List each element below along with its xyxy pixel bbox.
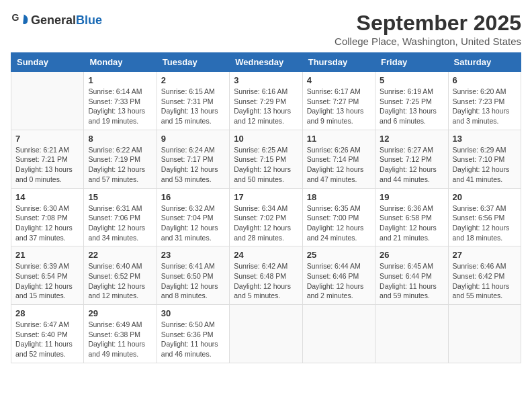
day-info: Sunrise: 6:45 AM Sunset: 6:44 PM Dayligh… xyxy=(380,261,443,301)
day-info: Sunrise: 6:30 AM Sunset: 7:08 PM Dayligh… xyxy=(15,203,79,243)
calendar-cell xyxy=(375,305,448,363)
calendar-header: Sunday Monday Tuesday Wednesday Thursday… xyxy=(11,53,521,72)
svg-text:G: G xyxy=(11,12,19,23)
day-number: 2 xyxy=(161,75,225,85)
day-number: 3 xyxy=(234,75,298,85)
calendar-week-5: 28Sunrise: 6:47 AM Sunset: 6:40 PM Dayli… xyxy=(11,305,521,363)
calendar-cell: 18Sunrise: 6:35 AM Sunset: 7:00 PM Dayli… xyxy=(302,188,375,246)
day-number: 28 xyxy=(15,308,79,318)
calendar-cell: 16Sunrise: 6:32 AM Sunset: 7:04 PM Dayli… xyxy=(157,188,229,246)
calendar-cell: 29Sunrise: 6:49 AM Sunset: 6:38 PM Dayli… xyxy=(84,305,157,363)
col-thursday: Thursday xyxy=(302,53,375,72)
title-section: September 2025 College Place, Washington… xyxy=(335,11,521,47)
day-info: Sunrise: 6:46 AM Sunset: 6:42 PM Dayligh… xyxy=(453,261,517,301)
day-number: 22 xyxy=(88,250,152,260)
calendar-title: September 2025 xyxy=(335,11,521,36)
day-info: Sunrise: 6:19 AM Sunset: 7:25 PM Dayligh… xyxy=(380,87,443,126)
calendar-cell: 28Sunrise: 6:47 AM Sunset: 6:40 PM Dayli… xyxy=(11,305,84,363)
day-info: Sunrise: 6:17 AM Sunset: 7:27 PM Dayligh… xyxy=(307,87,371,126)
calendar-cell: 17Sunrise: 6:34 AM Sunset: 7:02 PM Dayli… xyxy=(230,188,302,246)
day-info: Sunrise: 6:20 AM Sunset: 7:23 PM Dayligh… xyxy=(453,87,517,126)
day-info: Sunrise: 6:44 AM Sunset: 6:46 PM Dayligh… xyxy=(307,261,371,301)
day-number: 17 xyxy=(234,192,298,202)
calendar-cell: 4Sunrise: 6:17 AM Sunset: 7:27 PM Daylig… xyxy=(302,72,375,130)
calendar-week-1: 1Sunrise: 6:14 AM Sunset: 7:33 PM Daylig… xyxy=(11,72,521,130)
calendar-cell: 9Sunrise: 6:24 AM Sunset: 7:17 PM Daylig… xyxy=(157,130,229,188)
day-number: 25 xyxy=(307,250,371,260)
day-info: Sunrise: 6:27 AM Sunset: 7:12 PM Dayligh… xyxy=(380,145,443,185)
calendar-cell: 24Sunrise: 6:42 AM Sunset: 6:48 PM Dayli… xyxy=(230,246,302,305)
calendar-cell: 13Sunrise: 6:29 AM Sunset: 7:10 PM Dayli… xyxy=(448,130,521,188)
calendar-cell: 5Sunrise: 6:19 AM Sunset: 7:25 PM Daylig… xyxy=(375,72,448,130)
day-number: 7 xyxy=(15,134,79,144)
col-monday: Monday xyxy=(84,53,157,72)
calendar-cell: 21Sunrise: 6:39 AM Sunset: 6:54 PM Dayli… xyxy=(11,246,84,305)
page-header: G GeneralBlue September 2025 College Pla… xyxy=(11,11,521,47)
calendar-week-3: 14Sunrise: 6:30 AM Sunset: 7:08 PM Dayli… xyxy=(11,188,521,246)
day-info: Sunrise: 6:16 AM Sunset: 7:29 PM Dayligh… xyxy=(234,87,298,126)
day-info: Sunrise: 6:15 AM Sunset: 7:31 PM Dayligh… xyxy=(161,87,225,126)
day-number: 24 xyxy=(234,250,298,260)
calendar-body: 1Sunrise: 6:14 AM Sunset: 7:33 PM Daylig… xyxy=(11,72,521,363)
day-info: Sunrise: 6:22 AM Sunset: 7:19 PM Dayligh… xyxy=(88,145,152,185)
calendar-cell: 12Sunrise: 6:27 AM Sunset: 7:12 PM Dayli… xyxy=(375,130,448,188)
calendar-cell: 11Sunrise: 6:26 AM Sunset: 7:14 PM Dayli… xyxy=(302,130,375,188)
calendar-cell: 15Sunrise: 6:31 AM Sunset: 7:06 PM Dayli… xyxy=(84,188,157,246)
logo-icon: G xyxy=(11,11,30,30)
day-info: Sunrise: 6:24 AM Sunset: 7:17 PM Dayligh… xyxy=(161,145,225,185)
day-info: Sunrise: 6:21 AM Sunset: 7:21 PM Dayligh… xyxy=(15,145,79,185)
day-number: 15 xyxy=(88,192,152,202)
calendar-week-2: 7Sunrise: 6:21 AM Sunset: 7:21 PM Daylig… xyxy=(11,130,521,188)
day-number: 14 xyxy=(15,192,79,202)
day-number: 13 xyxy=(453,134,517,144)
day-info: Sunrise: 6:35 AM Sunset: 7:00 PM Dayligh… xyxy=(307,203,371,243)
calendar-cell: 23Sunrise: 6:41 AM Sunset: 6:50 PM Dayli… xyxy=(157,246,229,305)
calendar-cell: 7Sunrise: 6:21 AM Sunset: 7:21 PM Daylig… xyxy=(11,130,84,188)
calendar-cell: 1Sunrise: 6:14 AM Sunset: 7:33 PM Daylig… xyxy=(84,72,157,130)
day-number: 20 xyxy=(453,192,517,202)
day-number: 4 xyxy=(307,75,371,85)
day-number: 27 xyxy=(453,250,517,260)
calendar-cell: 2Sunrise: 6:15 AM Sunset: 7:31 PM Daylig… xyxy=(157,72,229,130)
calendar-cell: 10Sunrise: 6:25 AM Sunset: 7:15 PM Dayli… xyxy=(230,130,302,188)
calendar-cell: 30Sunrise: 6:50 AM Sunset: 6:36 PM Dayli… xyxy=(157,305,229,363)
day-number: 18 xyxy=(307,192,371,202)
calendar-cell: 8Sunrise: 6:22 AM Sunset: 7:19 PM Daylig… xyxy=(84,130,157,188)
day-number: 5 xyxy=(380,75,443,85)
day-info: Sunrise: 6:31 AM Sunset: 7:06 PM Dayligh… xyxy=(88,203,152,243)
logo: G GeneralBlue xyxy=(11,11,102,30)
logo-blue: Blue xyxy=(76,13,102,27)
calendar-cell xyxy=(230,305,302,363)
header-row: Sunday Monday Tuesday Wednesday Thursday… xyxy=(11,53,521,72)
day-number: 23 xyxy=(161,250,225,260)
day-info: Sunrise: 6:32 AM Sunset: 7:04 PM Dayligh… xyxy=(161,203,225,243)
day-number: 10 xyxy=(234,134,298,144)
calendar-cell: 25Sunrise: 6:44 AM Sunset: 6:46 PM Dayli… xyxy=(302,246,375,305)
day-info: Sunrise: 6:34 AM Sunset: 7:02 PM Dayligh… xyxy=(234,203,298,243)
day-info: Sunrise: 6:41 AM Sunset: 6:50 PM Dayligh… xyxy=(161,261,225,301)
col-tuesday: Tuesday xyxy=(157,53,229,72)
day-number: 9 xyxy=(161,134,225,144)
col-sunday: Sunday xyxy=(11,53,84,72)
day-info: Sunrise: 6:14 AM Sunset: 7:33 PM Dayligh… xyxy=(88,87,152,126)
day-info: Sunrise: 6:25 AM Sunset: 7:15 PM Dayligh… xyxy=(234,145,298,185)
day-number: 26 xyxy=(380,250,443,260)
calendar-cell: 27Sunrise: 6:46 AM Sunset: 6:42 PM Dayli… xyxy=(448,246,521,305)
day-info: Sunrise: 6:49 AM Sunset: 6:38 PM Dayligh… xyxy=(88,320,152,359)
calendar-cell xyxy=(11,72,84,130)
day-number: 12 xyxy=(380,134,443,144)
calendar-cell: 22Sunrise: 6:40 AM Sunset: 6:52 PM Dayli… xyxy=(84,246,157,305)
day-number: 30 xyxy=(161,308,225,318)
logo-general: General xyxy=(31,13,76,27)
calendar-cell: 3Sunrise: 6:16 AM Sunset: 7:29 PM Daylig… xyxy=(230,72,302,130)
day-info: Sunrise: 6:50 AM Sunset: 6:36 PM Dayligh… xyxy=(161,320,225,359)
calendar-cell: 6Sunrise: 6:20 AM Sunset: 7:23 PM Daylig… xyxy=(448,72,521,130)
col-friday: Friday xyxy=(375,53,448,72)
day-number: 19 xyxy=(380,192,443,202)
day-number: 8 xyxy=(88,134,152,144)
day-number: 11 xyxy=(307,134,371,144)
calendar-cell xyxy=(302,305,375,363)
day-info: Sunrise: 6:39 AM Sunset: 6:54 PM Dayligh… xyxy=(15,261,79,301)
col-saturday: Saturday xyxy=(448,53,521,72)
calendar-cell: 26Sunrise: 6:45 AM Sunset: 6:44 PM Dayli… xyxy=(375,246,448,305)
